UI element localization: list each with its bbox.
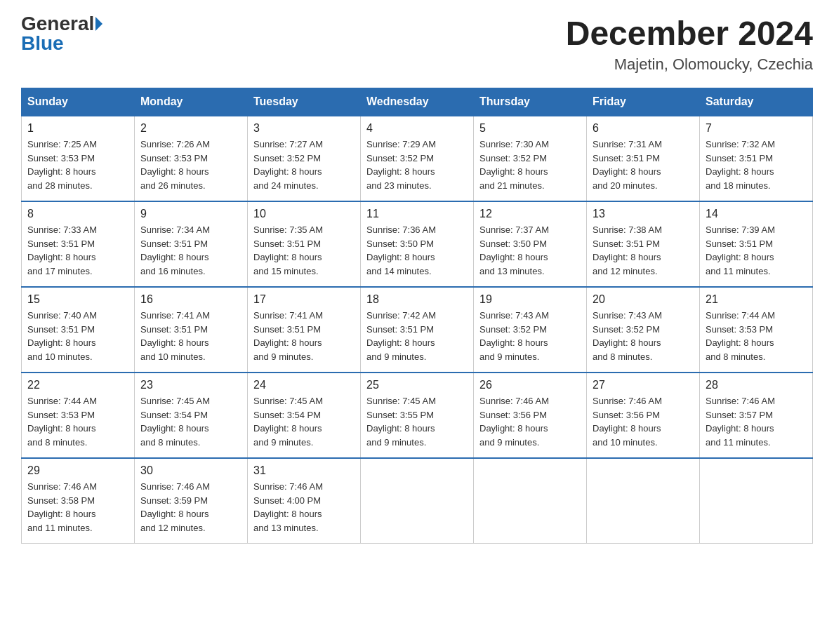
day-info: Sunrise: 7:40 AM Sunset: 3:51 PM Dayligh… (27, 309, 128, 363)
calendar-cell: 24Sunrise: 7:45 AM Sunset: 3:54 PM Dayli… (248, 373, 361, 458)
day-number: 22 (27, 379, 128, 391)
calendar-cell: 10Sunrise: 7:35 AM Sunset: 3:51 PM Dayli… (248, 201, 361, 287)
day-info: Sunrise: 7:34 AM Sunset: 3:51 PM Dayligh… (140, 223, 241, 278)
day-number: 5 (479, 122, 581, 135)
day-number: 2 (140, 122, 241, 135)
calendar-cell: 14Sunrise: 7:39 AM Sunset: 3:51 PM Dayli… (700, 201, 813, 287)
day-number: 12 (479, 208, 581, 220)
calendar-cell: 13Sunrise: 7:38 AM Sunset: 3:51 PM Dayli… (587, 201, 700, 287)
day-number: 10 (253, 208, 355, 220)
day-number: 1 (27, 122, 128, 135)
calendar-cell: 17Sunrise: 7:41 AM Sunset: 3:51 PM Dayli… (248, 287, 361, 373)
calendar-table: SundayMondayTuesdayWednesdayThursdayFrid… (21, 88, 813, 544)
day-number: 19 (479, 293, 581, 306)
day-number: 6 (593, 122, 694, 135)
day-number: 17 (253, 293, 355, 306)
day-info: Sunrise: 7:46 AM Sunset: 3:57 PM Dayligh… (706, 394, 807, 449)
calendar-cell: 30Sunrise: 7:46 AM Sunset: 3:59 PM Dayli… (135, 458, 248, 544)
day-number: 20 (593, 293, 694, 306)
day-info: Sunrise: 7:46 AM Sunset: 3:58 PM Dayligh… (27, 480, 128, 535)
calendar-cell: 31Sunrise: 7:46 AM Sunset: 4:00 PM Dayli… (248, 458, 361, 544)
calendar-cell: 16Sunrise: 7:41 AM Sunset: 3:51 PM Dayli… (135, 287, 248, 373)
calendar-header-thursday: Thursday (474, 88, 587, 116)
calendar-cell: 2Sunrise: 7:26 AM Sunset: 3:53 PM Daylig… (135, 116, 248, 201)
calendar-cell: 19Sunrise: 7:43 AM Sunset: 3:52 PM Dayli… (474, 287, 587, 373)
day-info: Sunrise: 7:36 AM Sunset: 3:50 PM Dayligh… (366, 223, 468, 278)
calendar-header-saturday: Saturday (700, 88, 813, 116)
day-info: Sunrise: 7:35 AM Sunset: 3:51 PM Dayligh… (253, 223, 355, 278)
day-info: Sunrise: 7:26 AM Sunset: 3:53 PM Dayligh… (140, 137, 241, 192)
calendar-week-row: 15Sunrise: 7:40 AM Sunset: 3:51 PM Dayli… (22, 287, 813, 373)
calendar-cell (700, 458, 813, 544)
calendar-cell: 3Sunrise: 7:27 AM Sunset: 3:52 PM Daylig… (248, 116, 361, 201)
day-number: 21 (706, 293, 807, 306)
calendar-cell: 28Sunrise: 7:46 AM Sunset: 3:57 PM Dayli… (700, 373, 813, 458)
day-number: 23 (140, 379, 241, 391)
day-info: Sunrise: 7:30 AM Sunset: 3:52 PM Dayligh… (479, 137, 581, 192)
main-title: December 2024 (566, 14, 813, 53)
day-info: Sunrise: 7:43 AM Sunset: 3:52 PM Dayligh… (593, 309, 694, 363)
day-info: Sunrise: 7:25 AM Sunset: 3:53 PM Dayligh… (27, 137, 128, 192)
day-number: 26 (479, 379, 581, 391)
calendar-cell: 9Sunrise: 7:34 AM Sunset: 3:51 PM Daylig… (135, 201, 248, 287)
day-info: Sunrise: 7:29 AM Sunset: 3:52 PM Dayligh… (366, 137, 468, 192)
day-number: 31 (253, 464, 355, 477)
day-info: Sunrise: 7:46 AM Sunset: 4:00 PM Dayligh… (253, 480, 355, 535)
calendar-cell: 18Sunrise: 7:42 AM Sunset: 3:51 PM Dayli… (361, 287, 474, 373)
calendar-cell (361, 458, 474, 544)
page-header: General Blue December 2024 Majetin, Olom… (21, 14, 813, 74)
calendar-header-monday: Monday (135, 88, 248, 116)
calendar-cell: 12Sunrise: 7:37 AM Sunset: 3:50 PM Dayli… (474, 201, 587, 287)
sub-title: Majetin, Olomoucky, Czechia (566, 55, 813, 74)
day-number: 30 (140, 464, 241, 477)
day-number: 25 (366, 379, 468, 391)
day-info: Sunrise: 7:42 AM Sunset: 3:51 PM Dayligh… (366, 309, 468, 363)
calendar-header-friday: Friday (587, 88, 700, 116)
day-info: Sunrise: 7:39 AM Sunset: 3:51 PM Dayligh… (706, 223, 807, 278)
calendar-week-row: 8Sunrise: 7:33 AM Sunset: 3:51 PM Daylig… (22, 201, 813, 287)
day-info: Sunrise: 7:45 AM Sunset: 3:55 PM Dayligh… (366, 394, 468, 449)
day-info: Sunrise: 7:46 AM Sunset: 3:56 PM Dayligh… (479, 394, 581, 449)
day-info: Sunrise: 7:43 AM Sunset: 3:52 PM Dayligh… (479, 309, 581, 363)
day-info: Sunrise: 7:45 AM Sunset: 3:54 PM Dayligh… (253, 394, 355, 449)
calendar-cell: 8Sunrise: 7:33 AM Sunset: 3:51 PM Daylig… (22, 201, 135, 287)
title-block: December 2024 Majetin, Olomoucky, Czechi… (566, 14, 813, 74)
calendar-cell: 25Sunrise: 7:45 AM Sunset: 3:55 PM Dayli… (361, 373, 474, 458)
day-info: Sunrise: 7:46 AM Sunset: 3:56 PM Dayligh… (593, 394, 694, 449)
day-number: 9 (140, 208, 241, 220)
calendar-cell: 20Sunrise: 7:43 AM Sunset: 3:52 PM Dayli… (587, 287, 700, 373)
day-info: Sunrise: 7:37 AM Sunset: 3:50 PM Dayligh… (479, 223, 581, 278)
day-info: Sunrise: 7:32 AM Sunset: 3:51 PM Dayligh… (706, 137, 807, 192)
day-info: Sunrise: 7:45 AM Sunset: 3:54 PM Dayligh… (140, 394, 241, 449)
day-info: Sunrise: 7:44 AM Sunset: 3:53 PM Dayligh… (706, 309, 807, 363)
calendar-cell: 4Sunrise: 7:29 AM Sunset: 3:52 PM Daylig… (361, 116, 474, 201)
logo-blue-text: Blue (21, 34, 64, 53)
logo-general-text: General (21, 14, 94, 34)
calendar-cell: 5Sunrise: 7:30 AM Sunset: 3:52 PM Daylig… (474, 116, 587, 201)
day-info: Sunrise: 7:44 AM Sunset: 3:53 PM Dayligh… (27, 394, 128, 449)
day-number: 29 (27, 464, 128, 477)
calendar-week-row: 22Sunrise: 7:44 AM Sunset: 3:53 PM Dayli… (22, 373, 813, 458)
day-info: Sunrise: 7:38 AM Sunset: 3:51 PM Dayligh… (593, 223, 694, 278)
calendar-cell: 1Sunrise: 7:25 AM Sunset: 3:53 PM Daylig… (22, 116, 135, 201)
calendar-cell: 15Sunrise: 7:40 AM Sunset: 3:51 PM Dayli… (22, 287, 135, 373)
day-info: Sunrise: 7:41 AM Sunset: 3:51 PM Dayligh… (140, 309, 241, 363)
calendar-cell: 7Sunrise: 7:32 AM Sunset: 3:51 PM Daylig… (700, 116, 813, 201)
day-info: Sunrise: 7:46 AM Sunset: 3:59 PM Dayligh… (140, 480, 241, 535)
day-info: Sunrise: 7:31 AM Sunset: 3:51 PM Dayligh… (593, 137, 694, 192)
day-info: Sunrise: 7:33 AM Sunset: 3:51 PM Dayligh… (27, 223, 128, 278)
calendar-cell (474, 458, 587, 544)
calendar-header-row: SundayMondayTuesdayWednesdayThursdayFrid… (22, 88, 813, 116)
calendar-cell: 11Sunrise: 7:36 AM Sunset: 3:50 PM Dayli… (361, 201, 474, 287)
calendar-cell (587, 458, 700, 544)
calendar-week-row: 1Sunrise: 7:25 AM Sunset: 3:53 PM Daylig… (22, 116, 813, 201)
day-number: 16 (140, 293, 241, 306)
calendar-week-row: 29Sunrise: 7:46 AM Sunset: 3:58 PM Dayli… (22, 458, 813, 544)
day-number: 3 (253, 122, 355, 135)
day-number: 18 (366, 293, 468, 306)
day-number: 14 (706, 208, 807, 220)
calendar-cell: 27Sunrise: 7:46 AM Sunset: 3:56 PM Dayli… (587, 373, 700, 458)
calendar-cell: 6Sunrise: 7:31 AM Sunset: 3:51 PM Daylig… (587, 116, 700, 201)
calendar-cell: 22Sunrise: 7:44 AM Sunset: 3:53 PM Dayli… (22, 373, 135, 458)
calendar-header-tuesday: Tuesday (248, 88, 361, 116)
